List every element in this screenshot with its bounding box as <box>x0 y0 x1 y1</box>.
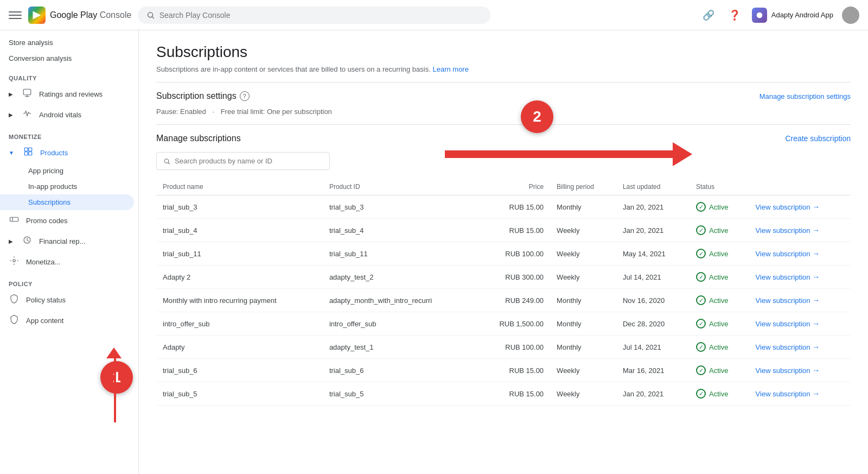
view-subscription-link[interactable]: View subscription → <box>756 320 820 328</box>
cell-price: RUB 15.00 <box>475 195 550 219</box>
status-label: Active <box>709 320 728 328</box>
status-active-icon: ✓ <box>696 389 706 399</box>
cell-product-id: trial_sub_11 <box>323 242 475 266</box>
cell-billing: Weekly <box>550 219 616 242</box>
sidebar-item-policy-status[interactable]: Policy status <box>0 289 134 310</box>
product-search-bar[interactable] <box>156 152 330 170</box>
cell-action[interactable]: View subscription → <box>749 336 851 359</box>
cell-action[interactable]: View subscription → <box>749 266 851 289</box>
cell-action[interactable]: View subscription → <box>749 312 851 336</box>
sidebar-item-conversion-analysis[interactable]: Conversion analysis <box>0 50 138 66</box>
settings-info: Pause: Enabled · Free trial limit: One p… <box>156 108 851 116</box>
cell-billing: Monthly <box>550 195 616 219</box>
table-row: trial_sub_5 trial_sub_5 RUB 15.00 Weekly… <box>156 382 851 406</box>
sidebar-item-financial-rep[interactable]: ▶ Financial rep... <box>0 231 134 251</box>
svg-rect-5 <box>24 148 28 151</box>
col-billing: Billing period <box>550 179 616 195</box>
cell-price: RUB 100.00 <box>475 242 550 266</box>
svg-point-12 <box>13 260 16 262</box>
app-selector[interactable]: Adapty Android App <box>752 8 833 23</box>
menu-button[interactable] <box>9 9 22 22</box>
svg-rect-7 <box>24 152 28 155</box>
cell-billing: Weekly <box>550 359 616 382</box>
cell-status: ✓ Active <box>690 289 749 312</box>
status-label: Active <box>709 343 728 351</box>
cell-action[interactable]: View subscription → <box>749 359 851 382</box>
policy-icon <box>9 294 20 306</box>
cell-updated: Nov 16, 2020 <box>616 289 690 312</box>
sidebar-item-products[interactable]: ▼ Products <box>0 142 134 163</box>
create-subscription-link[interactable]: Create subscription <box>785 134 851 143</box>
link-icon[interactable]: 🔗 <box>700 7 717 24</box>
cell-action[interactable]: View subscription → <box>749 242 851 266</box>
svg-point-1 <box>756 12 762 18</box>
cell-price: RUB 15.00 <box>475 219 550 242</box>
policy-section-label: Policy <box>0 276 138 289</box>
cell-product-id: trial_sub_3 <box>323 195 475 219</box>
help-icon[interactable]: ❓ <box>726 7 743 24</box>
user-avatar[interactable] <box>842 7 859 24</box>
play-store-icon <box>28 7 46 24</box>
sidebar-item-app-content[interactable]: App content <box>0 310 134 331</box>
cell-updated: Jan 20, 2021 <box>616 382 690 406</box>
cell-action[interactable]: View subscription → <box>749 195 851 219</box>
view-subscription-link[interactable]: View subscription → <box>756 203 820 211</box>
search-bar[interactable] <box>138 7 490 24</box>
app-name: Adapty Android App <box>771 11 833 19</box>
manage-settings-link[interactable]: Manage subscription settings <box>760 92 851 100</box>
table-row: intro_offer_sub intro_offer_sub RUB 1,50… <box>156 312 851 336</box>
sidebar-item-ratings-reviews[interactable]: ▶ Ratings and reviews <box>0 84 134 104</box>
sidebar-label-financial: Financial rep... <box>39 237 85 245</box>
sidebar-label-ratings: Ratings and reviews <box>39 90 103 98</box>
status-label: Active <box>709 250 728 258</box>
cell-price: RUB 15.00 <box>475 382 550 406</box>
cell-action[interactable]: View subscription → <box>749 219 851 242</box>
sidebar-sub-app-pricing[interactable]: App pricing <box>0 163 134 179</box>
view-subscription-link[interactable]: View subscription → <box>756 226 820 235</box>
cell-billing: Weekly <box>550 242 616 266</box>
sidebar-label-products: Products <box>40 149 68 157</box>
svg-rect-9 <box>10 217 18 222</box>
learn-more-link[interactable]: Learn more <box>432 65 468 73</box>
view-subscription-link[interactable]: View subscription → <box>756 273 820 281</box>
product-search-input[interactable] <box>175 157 323 165</box>
view-subscription-link[interactable]: View subscription → <box>756 390 820 398</box>
view-subscription-link[interactable]: View subscription → <box>756 250 820 258</box>
cell-product-id: trial_sub_4 <box>323 219 475 242</box>
sidebar-label-app-content: App content <box>26 317 63 325</box>
cell-action[interactable]: View subscription → <box>749 382 851 406</box>
products-icon <box>23 147 34 159</box>
settings-title-container: Subscription settings ? <box>156 91 250 101</box>
financial-expand-icon: ▶ <box>9 238 13 244</box>
view-subscription-link[interactable]: View subscription → <box>756 296 820 305</box>
cell-product-id: adapty_month_with_intro_recurri <box>323 289 475 312</box>
manage-subscriptions-header: Manage subscriptions Create subscription <box>156 134 851 143</box>
cell-status: ✓ Active <box>690 242 749 266</box>
sidebar-item-android-vitals[interactable]: ▶ Android vitals <box>0 104 134 125</box>
view-subscription-link[interactable]: View subscription → <box>756 343 820 351</box>
table-row: trial_sub_11 trial_sub_11 RUB 100.00 Wee… <box>156 242 851 266</box>
cell-updated: Jan 20, 2021 <box>616 219 690 242</box>
header-right: 🔗 ❓ Adapty Android App <box>700 7 859 24</box>
expand-icon: ▶ <box>9 91 13 97</box>
app-icon <box>752 8 767 23</box>
cell-product-name: trial_sub_3 <box>156 195 323 219</box>
sidebar-item-monetization[interactable]: Monetiza... <box>0 251 134 272</box>
settings-help-icon[interactable]: ? <box>240 91 250 101</box>
status-active-icon: ✓ <box>696 202 706 212</box>
sidebar: Store analysis Conversion analysis Quali… <box>0 30 139 474</box>
subscription-settings-header: Subscription settings ? Manage subscript… <box>156 91 851 101</box>
cell-status: ✓ Active <box>690 336 749 359</box>
cell-updated: Mar 16, 2021 <box>616 359 690 382</box>
page-title: Subscriptions <box>156 43 851 61</box>
cell-action[interactable]: View subscription → <box>749 289 851 312</box>
sidebar-label-monetization: Monetiza... <box>26 258 61 266</box>
sidebar-item-store-analysis[interactable]: Store analysis <box>0 35 138 50</box>
sidebar-sub-in-app-products[interactable]: In-app products <box>0 179 134 194</box>
col-product-id: Product ID <box>323 179 475 195</box>
search-input[interactable] <box>159 11 482 20</box>
view-subscription-link[interactable]: View subscription → <box>756 366 820 375</box>
sidebar-sub-subscriptions[interactable]: Subscriptions <box>0 194 134 210</box>
sidebar-item-promo-codes[interactable]: Promo codes <box>0 210 134 231</box>
product-search-icon <box>163 157 170 165</box>
